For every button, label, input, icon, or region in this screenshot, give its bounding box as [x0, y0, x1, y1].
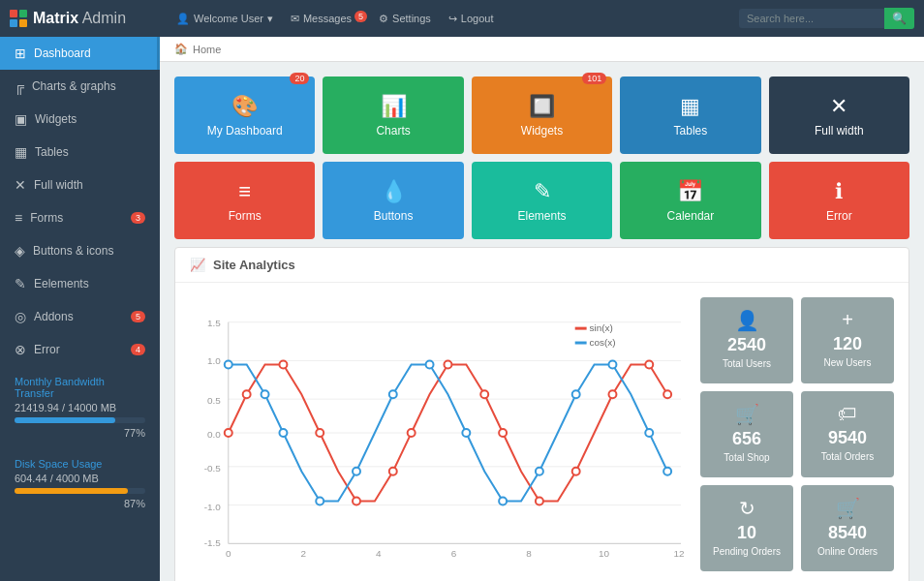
stat-card-total-orders[interactable]: 🏷 9540 Total Orders [801, 391, 894, 477]
stat-label-online-orders: Online Orders [817, 546, 878, 557]
sidebar-icon-tables: ▦ [15, 144, 27, 160]
sidebar-badge-forms: 3 [131, 212, 145, 224]
tile-label-charts: Charts [376, 124, 410, 138]
sidebar-items-container: ⊞ Dashboard ╔ Charts & graphs ▣ Widgets … [0, 37, 160, 366]
tile-my-dashboard[interactable]: 20 🎨 My Dashboard [174, 76, 315, 154]
tile-label-full-width: Full width [815, 124, 864, 138]
bandwidth-label: Monthly Bandwidth Transfer [15, 376, 145, 399]
svg-point-35 [608, 390, 616, 398]
svg-point-37 [663, 390, 671, 398]
layout: ⊞ Dashboard ╔ Charts & graphs ▣ Widgets … [0, 37, 924, 581]
svg-text:12: 12 [674, 548, 686, 559]
sidebar-label-tables: Tables [35, 145, 69, 159]
sidebar-badge-error: 4 [131, 344, 145, 355]
envelope-icon: ✉ [291, 13, 299, 25]
stat-label-pending-orders: Pending Orders [713, 546, 781, 557]
logo-grid-b [10, 19, 17, 27]
tile-badge-widgets: 101 [582, 73, 606, 84]
svg-text:1.0: 1.0 [207, 355, 221, 366]
sidebar-label-dashboard: Dashboard [34, 46, 91, 60]
tile-elements[interactable]: ✎ Elements [472, 162, 612, 239]
sidebar-label-addons: Addons [34, 310, 74, 323]
tile-widgets[interactable]: 101 🔲 Widgets [472, 76, 612, 154]
tile-calendar[interactable]: 📅 Calendar [620, 162, 760, 239]
sidebar-icon-buttons: ◈ [15, 243, 25, 259]
tile-label-tables: Tables [674, 124, 708, 138]
tile-forms[interactable]: ≡ Forms [174, 162, 315, 239]
search-input[interactable] [739, 9, 884, 28]
logo-bold: Matrix [33, 10, 78, 26]
svg-rect-54 [575, 342, 587, 345]
svg-point-25 [279, 360, 287, 368]
stat-icon-total-shop: 🛒 [735, 403, 759, 426]
sidebar-item-error[interactable]: ⊗ Error 4 [0, 333, 160, 366]
logout-icon: ↪ [448, 13, 457, 25]
sidebar-item-buttons[interactable]: ◈ Buttons & icons [0, 234, 160, 267]
sidebar-badge-addons: 5 [131, 311, 145, 322]
analytics-layout: 1.5 1.0 0.5 0.0 -0.5 -1.0 -1.5 0 2 4 [190, 297, 894, 571]
stat-label-total-users: Total Users [723, 358, 771, 369]
stat-card-pending-orders[interactable]: ↻ 10 Pending Orders [700, 485, 793, 571]
bandwidth-progress-bg [15, 417, 145, 423]
stat-card-new-users[interactable]: + 120 New Users [801, 297, 894, 383]
tile-error[interactable]: ℹ Error [769, 162, 909, 239]
svg-text:0: 0 [226, 548, 231, 559]
sidebar-icon-dashboard: ⊞ [15, 46, 26, 61]
content-area: 20 🎨 My Dashboard 📊 Charts 101 🔲 Widgets… [160, 62, 924, 581]
top-navbar: Matrix Admin 👤 Welcome User ▾ ✉ Messages… [0, 0, 924, 37]
sidebar-footer-disk: Disk Space Usage 604.44 / 4000 MB 87% [0, 448, 160, 519]
tile-icon-elements: ✎ [534, 179, 551, 204]
stat-icon-new-users: + [842, 309, 853, 331]
sidebar: ⊞ Dashboard ╔ Charts & graphs ▣ Widgets … [0, 37, 160, 581]
sidebar-item-fullwidth[interactable]: ✕ Full width [0, 168, 160, 201]
svg-text:6: 6 [451, 548, 457, 559]
sidebar-item-forms[interactable]: ≡ Forms 3 [0, 201, 160, 234]
stat-label-total-orders: Total Orders [821, 451, 874, 462]
svg-point-51 [663, 468, 671, 475]
logout-link[interactable]: ↪ Logout [441, 9, 502, 29]
logo-grid-r [10, 10, 17, 17]
svg-point-49 [608, 360, 616, 368]
sidebar-label-widgets: Widgets [35, 112, 77, 126]
tiles-row-1: 20 🎨 My Dashboard 📊 Charts 101 🔲 Widgets… [174, 76, 909, 154]
svg-text:-0.5: -0.5 [204, 463, 222, 474]
sidebar-item-tables[interactable]: ▦ Tables [0, 136, 160, 168]
search-button[interactable]: 🔍 [884, 8, 914, 29]
tile-charts[interactable]: 📊 Charts [323, 76, 463, 154]
tile-label-buttons: Buttons [374, 209, 414, 223]
stat-card-total-shop[interactable]: 🛒 656 Total Shop [700, 391, 793, 477]
welcome-user-link[interactable]: 👤 Welcome User ▾ [169, 9, 281, 29]
sidebar-label-forms: Forms [30, 211, 63, 225]
svg-point-40 [279, 429, 287, 437]
bandwidth-value: 21419.94 / 14000 MB [15, 402, 145, 413]
messages-link[interactable]: ✉ Messages 5 ▾ [283, 9, 369, 29]
sidebar-item-widgets[interactable]: ▣ Widgets [0, 103, 160, 136]
stat-number-total-shop: 656 [732, 429, 761, 449]
svg-text:2: 2 [301, 548, 307, 559]
svg-point-36 [645, 360, 653, 368]
stat-card-online-orders[interactable]: 🛒 8540 Online Orders [801, 485, 894, 571]
tile-label-forms: Forms [229, 209, 262, 223]
sidebar-item-addons[interactable]: ◎ Addons 5 [0, 300, 160, 333]
sidebar-item-charts[interactable]: ╔ Charts & graphs [0, 70, 160, 103]
tile-buttons[interactable]: 💧 Buttons [323, 162, 463, 239]
tile-tables[interactable]: ▦ Tables [620, 76, 760, 154]
tile-label-error: Error [826, 209, 852, 223]
svg-point-45 [462, 429, 470, 437]
stat-icon-total-users: 👤 [735, 309, 759, 332]
stat-card-total-users[interactable]: 👤 2540 Total Users [700, 297, 793, 383]
stats-area: 👤 2540 Total Users + 120 New Users 🛒 656… [700, 297, 894, 571]
sidebar-item-dashboard[interactable]: ⊞ Dashboard [0, 37, 160, 70]
stat-number-total-users: 2540 [727, 335, 766, 355]
tile-label-elements: Elements [518, 209, 567, 223]
tile-full-width[interactable]: ✕ Full width [769, 76, 909, 154]
svg-point-33 [536, 498, 543, 505]
svg-point-27 [353, 498, 360, 505]
disk-value: 604.44 / 4000 MB [15, 473, 145, 484]
sidebar-item-elements[interactable]: ✎ Eelements [0, 267, 160, 300]
settings-link[interactable]: ⚙ Settings [371, 9, 439, 29]
tile-icon-error: ℹ [835, 179, 843, 204]
analytics-panel-header: 📈 Site Analytics [175, 248, 909, 283]
tile-label-my-dashboard: My Dashboard [207, 124, 283, 138]
svg-point-48 [572, 390, 580, 398]
